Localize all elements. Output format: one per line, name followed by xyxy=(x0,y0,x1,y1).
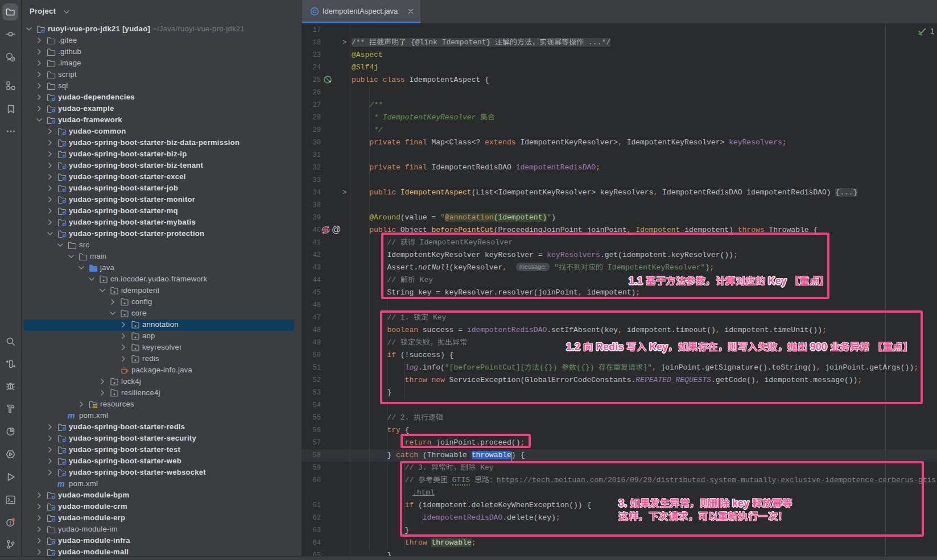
svg-text:?: ? xyxy=(11,57,14,61)
svg-text:m: m xyxy=(323,227,328,233)
svg-text:C: C xyxy=(313,9,317,14)
